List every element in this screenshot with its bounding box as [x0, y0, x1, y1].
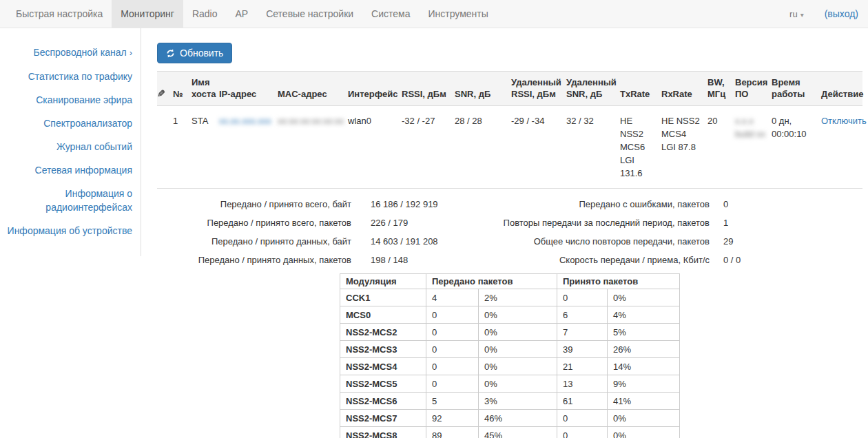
- rx-percent: 41%: [608, 393, 680, 410]
- sidebar-item-spectrum-analyzer[interactable]: Спектроанализатор: [0, 112, 134, 135]
- tx-packets-col-header: Передано пакетов: [426, 274, 557, 289]
- language-label: ru: [789, 9, 798, 19]
- stat-row: Передано с ошибками, пакетов 0: [502, 195, 862, 213]
- stat-label: Общее число повторов передачи, пакетов: [502, 236, 710, 247]
- modulation-row: NSS2-MCS2 0 0% 7 5%: [340, 324, 680, 341]
- tx-count: 5: [426, 393, 479, 410]
- tx-count: 4: [426, 289, 479, 306]
- col-header-number: №: [173, 72, 192, 106]
- client-remote-rssi: -29 / -34: [511, 106, 566, 189]
- tx-percent: 0%: [479, 306, 557, 324]
- stat-label: Передано / принято данных, байт: [157, 236, 351, 247]
- stat-row: Повторы передачи за последний период, па…: [502, 213, 862, 232]
- rx-percent: 0%: [608, 410, 680, 427]
- stat-row: Передано / принято всего, пакетов 226 / …: [157, 213, 502, 232]
- stat-row: Передано / принято данных, байт 14 603 /…: [157, 232, 502, 251]
- disconnect-link[interactable]: Отключить: [821, 116, 867, 126]
- client-edit-cell: [157, 106, 173, 189]
- client-uptime: 0 дн, 00:00:10: [772, 106, 821, 189]
- rx-count: 6: [557, 306, 608, 324]
- stat-value: 16 186 / 192 919: [351, 199, 438, 209]
- rx-count: 0: [557, 427, 608, 438]
- nav-tab-network-settings[interactable]: Сетевые настройки: [257, 0, 362, 28]
- client-snr: 28 / 28: [455, 106, 511, 189]
- rx-count: 13: [557, 375, 608, 393]
- rx-percent: 5%: [608, 324, 680, 341]
- modulation-name: CCK1: [340, 289, 426, 306]
- logout-link[interactable]: (выход): [825, 8, 858, 19]
- client-number: 1: [173, 106, 192, 189]
- col-header-rssi: RSSI, дБм: [402, 72, 455, 106]
- nav-tab-quick-setup[interactable]: Быстрая настройка: [7, 0, 112, 28]
- col-header-hostname: Имя хоста: [192, 72, 219, 106]
- language-selector[interactable]: ru▾: [789, 9, 804, 19]
- rx-percent: 14%: [608, 358, 680, 375]
- modulation-name: NSS2-MCS7: [340, 410, 426, 427]
- client-rssi: -32 / -27: [402, 106, 455, 189]
- nav-tab-radio[interactable]: Radio: [183, 0, 227, 28]
- stat-row: Скорость передачи / приема, Кбит/с 0 / 0: [502, 251, 862, 269]
- rx-percent: 4%: [608, 306, 680, 324]
- chevron-right-icon: ›: [130, 48, 132, 58]
- col-header-remote-snr: Удаленный SNR, дБ: [566, 72, 620, 106]
- tx-percent: 45%: [479, 427, 557, 438]
- edit-pencil-icon[interactable]: ✎: [157, 88, 165, 100]
- sidebar-item-network-info[interactable]: Сетевая информация: [0, 158, 134, 182]
- stat-label: Передано / принято данных, пакетов: [157, 255, 351, 265]
- tx-percent: 0%: [479, 375, 557, 393]
- nav-tab-system[interactable]: Система: [362, 0, 419, 28]
- rx-count: 7: [557, 324, 608, 341]
- rx-count: 0: [557, 410, 608, 427]
- col-header-ip: IP-адрес: [219, 72, 278, 106]
- chevron-down-icon: ▾: [800, 11, 804, 19]
- sidebar-item-device-info[interactable]: Информация об устройстве: [0, 219, 134, 242]
- traffic-statistics-left: Передано / принято всего, байт 16 186 / …: [157, 195, 502, 269]
- stat-value: 14 603 / 191 208: [351, 236, 438, 247]
- nav-tab-tools[interactable]: Инструменты: [420, 0, 497, 28]
- tx-count: 0: [426, 358, 479, 375]
- refresh-button[interactable]: Обновить: [157, 43, 232, 63]
- modulation-table: Модуляция Передано пакетов Принято пакет…: [340, 273, 680, 438]
- modulation-name: NSS2-MCS2: [340, 324, 426, 341]
- modulation-name: NSS2-MCS3: [340, 341, 426, 358]
- client-ip-redacted[interactable]: xx.xx.xxx.xxx: [219, 116, 271, 126]
- client-row: 1 STA xx.xx.xxx.xxx xx:xx:xx:xx:xx:xx wl…: [157, 106, 862, 189]
- modulation-name: NSS2-MCS5: [340, 375, 426, 393]
- nav-tab-monitoring[interactable]: Мониторинг: [112, 0, 183, 28]
- sidebar-item-air-scan[interactable]: Сканирование эфира: [0, 88, 134, 112]
- rx-count: 0: [557, 289, 608, 306]
- rx-percent: 26%: [608, 341, 680, 358]
- nav-right-area: ru▾ (выход): [789, 0, 868, 28]
- rx-percent: 0%: [608, 289, 680, 306]
- tx-percent: 0%: [479, 358, 557, 375]
- modulation-row: NSS2-MCS6 5 3% 61 41%: [340, 393, 680, 410]
- traffic-statistics: Передано / принято всего, байт 16 186 / …: [157, 195, 862, 269]
- modulation-row: NSS2-MCS7 92 46% 0 0%: [340, 410, 680, 427]
- col-header-rxrate: RxRate: [661, 72, 707, 106]
- col-header-action: Действие: [821, 72, 862, 106]
- client-remote-snr: 32 / 32: [566, 106, 620, 189]
- sidebar-item-radio-interfaces-info[interactable]: Информация о радиоинтерфейсах: [0, 182, 134, 219]
- stat-value: 0 / 0: [710, 255, 741, 265]
- clients-table: ✎ № Имя хоста IP-адрес MAC-адрес Интерфе…: [157, 71, 862, 189]
- client-mac-redacted: xx:xx:xx:xx:xx:xx: [278, 114, 344, 127]
- nav-tab-ap[interactable]: AP: [227, 0, 258, 28]
- col-header-txrate: TxRate: [620, 72, 661, 106]
- rx-percent: 0%: [608, 427, 680, 438]
- col-header-remote-rssi: Удаленный RSSI, дБм: [511, 72, 566, 106]
- tx-percent: 46%: [479, 410, 557, 427]
- rx-count: 39: [557, 341, 608, 358]
- rx-percent: 9%: [608, 375, 680, 393]
- col-header-bw: BW, МГц: [707, 72, 735, 106]
- modulation-header-row: Модуляция Передано пакетов Принято пакет…: [340, 274, 680, 289]
- col-header-uptime: Время работы: [772, 72, 821, 106]
- sidebar-item-wireless-channel[interactable]: Беспроводной канал›: [0, 41, 134, 65]
- stat-row: Передано / принято данных, пакетов 198 /…: [157, 251, 502, 269]
- stat-label: Передано / принято всего, пакетов: [157, 218, 351, 228]
- stat-value: 198 / 148: [351, 255, 408, 265]
- tx-count: 89: [426, 427, 479, 438]
- sidebar-item-event-log[interactable]: Журнал событий: [0, 135, 134, 158]
- tx-count: 92: [426, 410, 479, 427]
- col-header-mac: MAC-адрес: [278, 72, 348, 106]
- sidebar-item-traffic-statistics[interactable]: Статистика по трафику: [0, 65, 134, 88]
